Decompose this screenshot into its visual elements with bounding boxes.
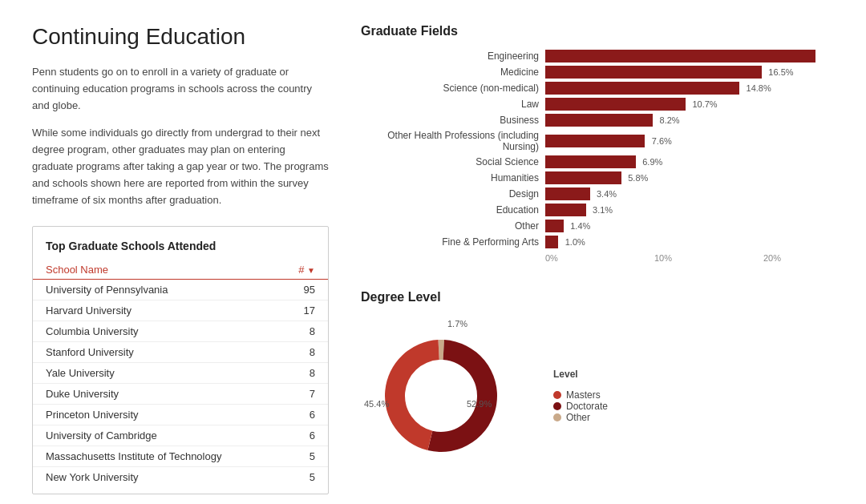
legend-label: Doctorate — [566, 401, 608, 412]
legend-item: Other — [553, 412, 608, 423]
legend-dot — [553, 391, 561, 399]
page-title: Continuing Education — [32, 24, 329, 50]
school-name: University of Pennsylvania — [33, 280, 277, 300]
sort-arrow-icon: ▼ — [307, 266, 315, 275]
schools-box: Top Graduate Schools Attended School Nam… — [32, 226, 329, 494]
bar-row: Engineering 20.6% — [361, 50, 834, 62]
schools-table: School Name # ▼ University of Pennsylvan… — [33, 260, 328, 487]
axis-label: 0% — [545, 253, 558, 263]
legend-dot — [553, 413, 561, 421]
legend-items: Masters Doctorate Other — [553, 389, 608, 423]
school-count: 5 — [277, 446, 328, 467]
bar-value: 1.4% — [570, 220, 590, 232]
bar-value: 14.8% — [747, 82, 771, 95]
donut-title: Degree Level — [361, 290, 834, 304]
bar-label: Other — [361, 220, 545, 232]
bar-track: 1.0% — [545, 236, 834, 248]
school-name: University of Cambridge — [33, 425, 277, 446]
legend-item: Masters — [553, 389, 608, 401]
bar-value: 5.8% — [628, 171, 648, 184]
bar-label: Design — [361, 188, 545, 200]
bar-label: Medicine — [361, 67, 545, 78]
description-para1: Penn students go on to enroll in a varie… — [32, 64, 329, 114]
bar-fill — [545, 236, 558, 248]
school-name: New York University — [33, 467, 277, 488]
bar-row: Humanities 5.8% — [361, 171, 834, 184]
axis-label: 20% — [763, 253, 781, 263]
bar-label: Education — [361, 204, 545, 216]
bar-track: 16.5% — [545, 66, 834, 79]
school-count: 95 — [277, 280, 328, 300]
label-doctorate: 52.9% — [467, 399, 492, 409]
bar-fill — [545, 204, 586, 216]
bar-fill — [545, 50, 815, 62]
bar-fill — [545, 155, 636, 168]
bar-row: Social Science 6.9% — [361, 155, 834, 168]
bar-label: Business — [361, 115, 545, 126]
bar-fill — [545, 82, 739, 95]
table-row: Princeton University6 — [33, 405, 328, 425]
bar-track: 3.1% — [545, 204, 834, 216]
axis-label: 10% — [654, 253, 672, 263]
bar-label: Science (non-medical) — [361, 83, 545, 94]
bar-label: Social Science — [361, 156, 545, 167]
bar-row: Medicine 16.5% — [361, 66, 834, 79]
bar-track: 10.7% — [545, 98, 834, 111]
legend: Level Masters Doctorate Other — [553, 369, 608, 423]
school-name: Yale University — [33, 363, 277, 384]
bar-value: 10.7% — [692, 98, 717, 111]
schools-box-title: Top Graduate Schools Attended — [33, 240, 328, 260]
bar-row: Education 3.1% — [361, 204, 834, 216]
table-row: Yale University8 — [33, 363, 328, 384]
bar-row: Fine & Performing Arts 1.0% — [361, 236, 834, 248]
school-count: 17 — [277, 300, 328, 321]
bar-chart-title: Graduate Fields — [361, 24, 834, 38]
bar-row: Other 1.4% — [361, 220, 834, 232]
school-name: Duke University — [33, 384, 277, 405]
bar-value: 3.1% — [593, 204, 613, 216]
donut-section: Degree Level 1.7% 45.4% 52.9% Level Mast… — [361, 290, 834, 476]
table-row: Massachusetts Institute of Technology5 — [33, 446, 328, 467]
table-row: University of Cambridge6 — [33, 425, 328, 446]
table-row: Duke University7 — [33, 384, 328, 405]
donut-content: 1.7% 45.4% 52.9% Level Masters Doctorate… — [361, 316, 834, 476]
description: Penn students go on to enroll in a varie… — [32, 64, 329, 208]
bar-value: 1.0% — [565, 236, 585, 248]
label-other: 1.7% — [447, 319, 467, 329]
bar-label: Other Health Professions (including Nurs… — [361, 130, 545, 152]
description-para2: While some individuals go directly from … — [32, 125, 329, 208]
donut-svg — [361, 316, 521, 476]
bar-label: Law — [361, 99, 545, 110]
school-name: Princeton University — [33, 405, 277, 425]
bar-track: 8.2% — [545, 114, 834, 127]
bar-chart-container: Graduate Fields Engineering 20.6% Medici… — [361, 24, 834, 266]
bar-label: Engineering — [361, 50, 545, 62]
table-row: Harvard University17 — [33, 300, 328, 321]
bar-chart-rows: Engineering 20.6% Medicine 16.5% Science… — [361, 50, 834, 248]
school-name: Harvard University — [33, 300, 277, 321]
bar-value: 6.9% — [642, 155, 662, 168]
col-school-name[interactable]: School Name — [33, 260, 277, 280]
bar-fill — [545, 114, 653, 127]
right-panel: Graduate Fields Engineering 20.6% Medici… — [361, 24, 834, 494]
school-count: 8 — [277, 363, 328, 384]
legend-dot — [553, 402, 561, 410]
school-name: Massachusetts Institute of Technology — [33, 446, 277, 467]
bar-label: Fine & Performing Arts — [361, 236, 545, 248]
label-masters: 45.4% — [364, 399, 389, 409]
bar-fill — [545, 220, 564, 232]
school-count: 7 — [277, 384, 328, 405]
school-name: Stanford University — [33, 342, 277, 363]
legend-title: Level — [553, 369, 608, 380]
col-num[interactable]: # ▼ — [277, 260, 328, 280]
bar-fill — [545, 187, 590, 200]
bar-row: Other Health Professions (including Nurs… — [361, 130, 834, 152]
bar-value: 3.4% — [597, 187, 617, 200]
bar-value: 7.6% — [652, 135, 672, 147]
table-row: New York University5 — [33, 467, 328, 488]
bar-track: 14.8% — [545, 82, 834, 95]
bar-track: 20.6% — [545, 50, 834, 62]
bar-value: 16.5% — [768, 66, 793, 79]
school-count: 6 — [277, 405, 328, 425]
school-name: Columbia University — [33, 321, 277, 342]
